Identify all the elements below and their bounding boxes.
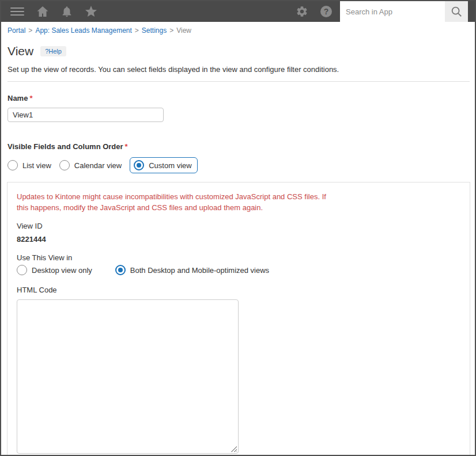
view-name-input[interactable] <box>7 108 164 122</box>
html-code-label: HTML Code <box>17 286 470 294</box>
view-type-label: Visible Fields and Column Order <box>7 142 123 151</box>
view-id-value: 8221444 <box>17 235 470 244</box>
customization-warning-text: Updates to Kintone might cause incompati… <box>17 191 335 213</box>
breadcrumb: Portal>App: Sales Leads Management>Setti… <box>1 22 475 39</box>
radio-desktop-only-label: Desktop view only <box>32 266 92 275</box>
radio-circle-icon <box>134 160 144 170</box>
page-title: View <box>7 44 33 58</box>
breadcrumb-separator: > <box>135 26 139 35</box>
required-asterisk: * <box>29 94 32 102</box>
help-link[interactable]: ?Help <box>40 46 66 56</box>
search-magnifier-icon <box>450 5 463 18</box>
radio-circle-icon <box>7 160 18 170</box>
view-type-radio-group: List view Calendar view Custom view <box>7 157 475 173</box>
radio-list-view-label: List view <box>22 161 51 170</box>
radio-circle-icon <box>17 265 27 275</box>
help-icon[interactable]: ? <box>316 1 337 22</box>
search-button[interactable] <box>445 1 468 22</box>
breadcrumb-current-view: View <box>176 26 191 35</box>
radio-list-view[interactable]: List view <box>7 160 51 170</box>
search-input[interactable] <box>340 1 445 22</box>
settings-gear-icon[interactable] <box>292 1 312 22</box>
radio-custom-view[interactable]: Custom view <box>130 157 197 173</box>
app-search <box>340 1 468 22</box>
top-navigation-bar: ? <box>1 1 475 22</box>
breadcrumb-app[interactable]: App: Sales Leads Management <box>35 26 131 35</box>
question-mark-glyph: ? <box>320 6 332 17</box>
notifications-bell-icon[interactable] <box>56 1 77 22</box>
use-view-radio-group: Desktop view only Both Desktop and Mobil… <box>17 265 470 275</box>
breadcrumb-separator: > <box>28 26 32 35</box>
breadcrumb-separator: > <box>169 26 173 35</box>
html-code-textarea[interactable] <box>17 299 239 454</box>
view-id-label: View ID <box>17 222 470 230</box>
radio-calendar-view-label: Calendar view <box>74 161 122 170</box>
page-description: Set up the view of records. You can sele… <box>1 58 475 74</box>
use-view-in-label: Use This View in <box>17 253 470 262</box>
breadcrumb-portal[interactable]: Portal <box>7 26 25 35</box>
custom-view-settings-box: Updates to Kintone might cause incompati… <box>7 182 470 456</box>
radio-custom-view-label: Custom view <box>149 161 191 170</box>
radio-circle-icon <box>115 265 126 275</box>
home-icon[interactable] <box>32 1 53 22</box>
name-field-label: Name <box>7 94 28 102</box>
radio-both-desktop-mobile[interactable]: Both Desktop and Mobile-optimized views <box>115 265 269 275</box>
radio-both-desktop-mobile-label: Both Desktop and Mobile-optimized views <box>130 266 269 275</box>
radio-desktop-only[interactable]: Desktop view only <box>17 265 92 275</box>
radio-circle-icon <box>59 160 70 170</box>
breadcrumb-settings[interactable]: Settings <box>142 26 167 35</box>
radio-calendar-view[interactable]: Calendar view <box>59 160 122 170</box>
required-asterisk: * <box>125 142 128 151</box>
hamburger-menu-icon[interactable] <box>7 1 28 22</box>
favorites-star-icon[interactable] <box>81 1 101 22</box>
app-window: ? Portal>App: Sales Leads Management>Set… <box>0 0 476 456</box>
